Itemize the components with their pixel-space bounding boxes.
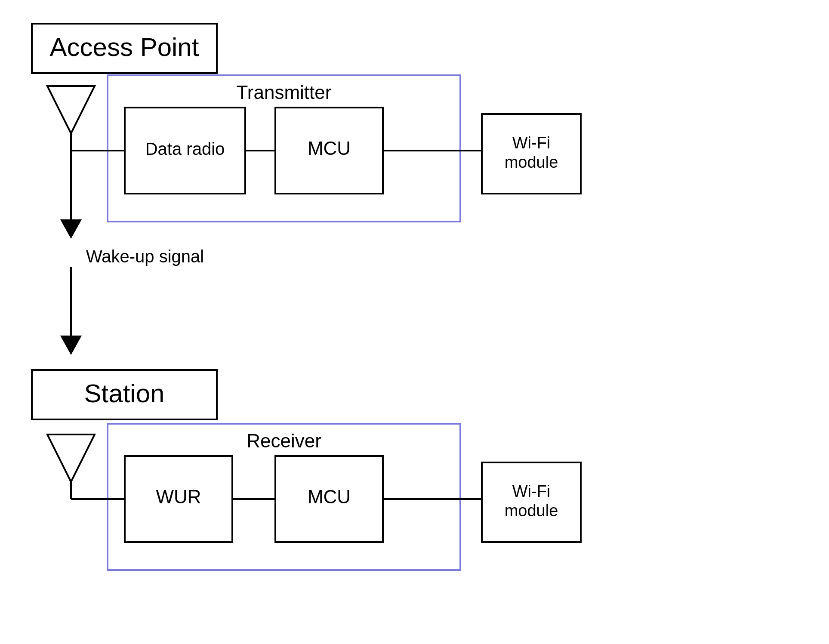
access-point-label: Access Point bbox=[50, 33, 199, 62]
svg-marker-6 bbox=[60, 219, 82, 239]
wakeup-signal-label: Wake-up signal bbox=[86, 247, 204, 266]
data-radio-label: Data radio bbox=[145, 139, 225, 158]
station-label: Station bbox=[84, 379, 165, 408]
svg-text:module: module bbox=[505, 502, 558, 520]
transmitter-label: Transmitter bbox=[237, 82, 332, 103]
mcu-bottom-label: MCU bbox=[308, 486, 351, 507]
antenna-top-icon bbox=[47, 86, 95, 133]
antenna-bottom-icon bbox=[47, 434, 95, 482]
receiver-label: Receiver bbox=[247, 430, 321, 451]
svg-marker-8 bbox=[60, 336, 82, 355]
wifi-top-label: Wi-Fi bbox=[512, 134, 551, 152]
svg-text:module: module bbox=[505, 153, 558, 171]
wifi-bottom-label: Wi-Fi bbox=[512, 482, 551, 500]
mcu-top-label: MCU bbox=[308, 138, 351, 159]
wur-label: WUR bbox=[156, 486, 201, 507]
